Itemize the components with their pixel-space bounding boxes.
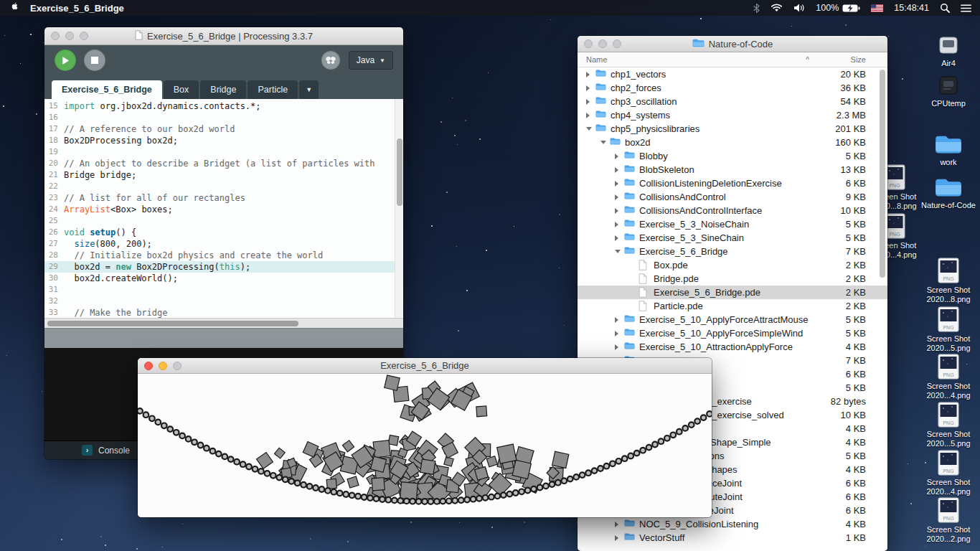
finder-row[interactable]: CollisionsAndControl9 KB: [578, 190, 887, 204]
disclosure-triangle[interactable]: [615, 208, 618, 214]
disclosure-triangle[interactable]: [615, 167, 618, 173]
desktop-icon-air4[interactable]: Air4: [921, 30, 976, 68]
finder-row[interactable]: chp2_forces36 KB: [578, 81, 887, 95]
sketch-titlebar[interactable]: Exercise_5_6_Bridge: [138, 358, 712, 374]
zoom-button[interactable]: [80, 32, 88, 40]
finder-row[interactable]: Exercise_5_10_ApplyForceSimpleWind5 KB: [578, 326, 887, 340]
close-button[interactable]: [584, 39, 593, 48]
tab-box[interactable]: Box: [164, 80, 199, 99]
play-icon: [61, 56, 70, 65]
finder-row[interactable]: Bridge.pde2 KB: [578, 272, 887, 286]
file-name: Exercise_5_3_SineChain: [639, 232, 744, 243]
finder-row[interactable]: chp4_systems2.3 MB: [578, 108, 887, 122]
finder-row[interactable]: chp3_oscillation54 KB: [578, 95, 887, 108]
apple-menu[interactable]: [9, 1, 18, 15]
disclosure-triangle[interactable]: [615, 535, 618, 541]
desktop-icon-screen-shot-2020-5-png[interactable]: PNGScreen Shot 2020...5.png: [921, 306, 976, 353]
bluetooth-icon[interactable]: [753, 4, 760, 13]
finder-row[interactable]: chp1_vectors20 KB: [578, 67, 887, 81]
finder-scrollbar[interactable]: [880, 70, 885, 278]
finder-row[interactable]: Exercise_5_10_AttractionApplyForce4 KB: [578, 340, 887, 354]
volume-icon[interactable]: [793, 4, 805, 12]
minimize-button[interactable]: [598, 39, 607, 48]
desktop-icon-nature-of-code[interactable]: Nature-of-Code: [921, 172, 976, 210]
disclosure-triangle[interactable]: [615, 154, 618, 159]
close-button[interactable]: [51, 32, 60, 40]
input-source-flag-icon[interactable]: [871, 4, 883, 12]
column-header-size[interactable]: Size: [851, 55, 866, 64]
code-editor[interactable]: 15import org.jbox2d.dynamics.contacts.*;…: [44, 99, 403, 318]
line-number: 20: [44, 158, 64, 169]
disclosure-triangle[interactable]: [615, 250, 621, 253]
disclosure-triangle[interactable]: [615, 317, 618, 323]
finder-row[interactable]: Exercise_5_6_Bridge7 KB: [578, 245, 887, 258]
desktop-icon-screen-shot-2020-5-png[interactable]: PNGScreen Shot 2020...5.png: [921, 401, 976, 448]
tab-bridge[interactable]: Bridge: [200, 80, 246, 99]
debug-button[interactable]: [321, 51, 340, 70]
disclosure-triangle[interactable]: [586, 127, 592, 131]
disclosure-triangle[interactable]: [586, 85, 590, 91]
code-line: 32: [44, 296, 403, 307]
finder-row[interactable]: chp5_physicslibraries201 KB: [578, 122, 887, 136]
disclosure-triangle[interactable]: [615, 181, 618, 187]
finder-row[interactable]: NOC_5_9_CollisionListening4 KB: [578, 517, 887, 531]
minimize-button[interactable]: [159, 362, 167, 370]
stop-button[interactable]: [84, 50, 105, 71]
ide-titlebar[interactable]: Exercise_5_6_Bridge | Processing 3.3.7: [44, 27, 403, 45]
disclosure-triangle[interactable]: [615, 331, 618, 336]
disclosure-triangle[interactable]: [615, 344, 618, 350]
tab-menu-button[interactable]: ▼: [299, 80, 319, 99]
battery-status[interactable]: 100%: [816, 3, 860, 13]
column-header-name[interactable]: Name: [586, 55, 607, 64]
desktop-icon-screen-shot-2020-4-png[interactable]: PNGScreen Shot 2020...4.png: [921, 449, 976, 496]
finder-row[interactable]: CollisionsAndControlInterface10 KB: [578, 204, 887, 217]
png-file-icon: PNG: [921, 306, 976, 332]
spotlight-search-icon[interactable]: [940, 3, 950, 13]
finder-row[interactable]: Blobby5 KB: [578, 149, 887, 163]
run-button[interactable]: [55, 50, 76, 71]
file-name: Particle.pde: [654, 301, 703, 311]
finder-row[interactable]: Particle.pde2 KB: [578, 299, 887, 313]
menu-bar-clock[interactable]: 15:48:41: [894, 3, 929, 13]
finder-row[interactable]: CollisionListeningDeletionExercise6 KB: [578, 176, 887, 190]
tab-exercise_5_6_bridge[interactable]: Exercise_5_6_Bridge: [52, 80, 162, 99]
zoom-button[interactable]: [613, 39, 621, 48]
finder-titlebar[interactable]: Nature-of-Code: [578, 36, 887, 52]
zoom-button[interactable]: [173, 362, 182, 370]
finder-row[interactable]: Exercise_5_10_ApplyForceAttractMouse5 KB: [578, 313, 887, 326]
finder-row[interactable]: Exercise_5_3_SineChain5 KB: [578, 231, 887, 245]
finder-row[interactable]: BlobSkeleton13 KB: [578, 163, 887, 176]
desktop-icon-cputemp[interactable]: CPUtemp: [921, 70, 976, 108]
editor-vertical-scrollbar[interactable]: [395, 99, 403, 318]
disclosure-triangle[interactable]: [586, 99, 590, 105]
disclosure-triangle[interactable]: [615, 235, 618, 241]
disclosure-triangle[interactable]: [600, 141, 606, 144]
finder-row[interactable]: box2d160 KB: [578, 136, 887, 149]
file-size: 4 KB: [846, 519, 866, 529]
disclosure-triangle[interactable]: [586, 72, 590, 77]
close-button[interactable]: [144, 362, 153, 370]
finder-row[interactable]: VectorStuff1 KB: [578, 531, 887, 545]
finder-row[interactable]: Exercise_5_6_Bridge.pde2 KB: [578, 286, 887, 299]
desktop-icon-work[interactable]: work: [921, 129, 976, 167]
desktop-icon-screen-shot-2020-4-png[interactable]: PNGScreen Shot 2020...4.png: [921, 353, 976, 400]
scrollbar-thumb[interactable]: [47, 321, 298, 326]
code-lines: 15import org.jbox2d.dynamics.contacts.*;…: [44, 99, 403, 318]
desktop-icon-screen-shot-2020-2-png[interactable]: PNGScreen Shot 2020...2.png: [921, 496, 976, 544]
disclosure-triangle[interactable]: [615, 522, 618, 527]
disclosure-triangle[interactable]: [586, 113, 590, 118]
disclosure-triangle[interactable]: [615, 194, 618, 200]
console-tab[interactable]: Console: [98, 446, 130, 456]
finder-row[interactable]: Exercise_5_3_NoiseChain5 KB: [578, 217, 887, 231]
minimize-button[interactable]: [65, 32, 74, 40]
finder-row[interactable]: Box.pde2 KB: [578, 258, 887, 272]
disclosure-triangle[interactable]: [615, 222, 618, 227]
desktop-icon-screen-shot-2020-8-png[interactable]: PNGScreen Shot 2020...8.png: [921, 257, 976, 304]
scrollbar-thumb[interactable]: [397, 138, 402, 207]
active-app-menu[interactable]: Exercise_5_6_Bridge: [30, 3, 124, 14]
editor-horizontal-scrollbar[interactable]: [44, 318, 403, 328]
mode-selector[interactable]: Java ▼: [349, 51, 393, 70]
wifi-icon[interactable]: [771, 4, 783, 12]
notification-center-icon[interactable]: [961, 4, 971, 12]
tab-particle[interactable]: Particle: [248, 80, 298, 99]
